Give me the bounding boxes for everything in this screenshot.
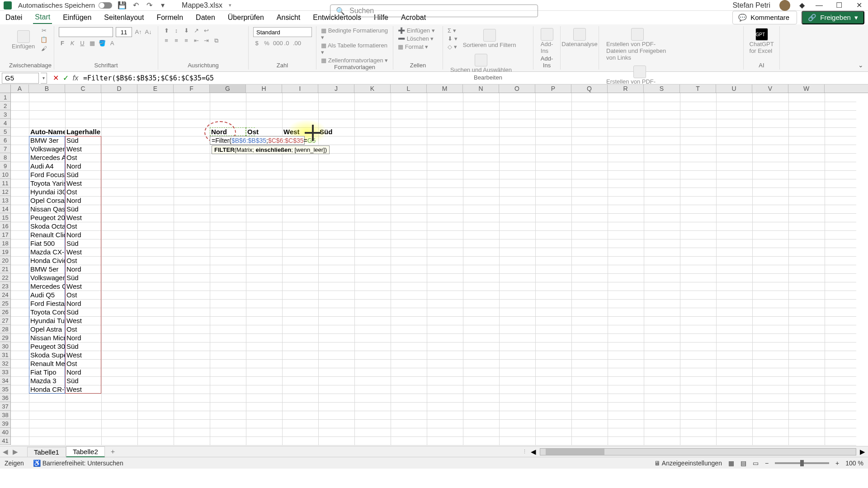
row-header-1[interactable]: 1 xyxy=(0,93,11,102)
col-header-O[interactable]: O xyxy=(499,84,535,93)
paste-button[interactable]: Einfügen xyxy=(9,29,38,51)
col-header-U[interactable]: U xyxy=(716,84,752,93)
view-break-icon[interactable]: ▭ xyxy=(753,460,759,467)
add-sheet-button[interactable]: ＋ xyxy=(105,447,121,456)
col-header-H[interactable]: H xyxy=(246,84,282,93)
row-header-21[interactable]: 21 xyxy=(0,265,11,273)
diamond-icon[interactable]: ◆ xyxy=(799,1,805,9)
row-header-10[interactable]: 10 xyxy=(0,170,11,179)
zoom-slider[interactable] xyxy=(775,462,829,464)
menu-ansicht[interactable]: Ansicht xyxy=(275,12,302,23)
sort-filter-button[interactable]: Sortieren und Filtern xyxy=(460,28,519,49)
row-header-28[interactable]: 28 xyxy=(0,325,11,333)
col-header-I[interactable]: I xyxy=(282,84,318,93)
undo-icon[interactable]: ↶ xyxy=(132,2,139,9)
col-header-B[interactable]: B xyxy=(29,84,65,93)
cell-B5[interactable]: Auto-Name xyxy=(29,127,65,136)
row-header-13[interactable]: 13 xyxy=(0,196,11,205)
format-cells-button[interactable]: ▦ Format ▾ xyxy=(398,43,438,50)
autosave-toggle[interactable]: Automatisches Speichern xyxy=(18,1,112,9)
row-header-16[interactable]: 16 xyxy=(0,222,11,230)
col-header-K[interactable]: K xyxy=(354,84,391,93)
row-header-7[interactable]: 7 xyxy=(0,145,11,153)
col-header-C[interactable]: C xyxy=(65,84,101,93)
row-header-2[interactable]: 2 xyxy=(0,102,11,110)
align-right-icon[interactable]: ≡ xyxy=(183,37,190,44)
col-header-Q[interactable]: Q xyxy=(571,84,608,93)
col-header-J[interactable]: J xyxy=(318,84,354,93)
row-header-12[interactable]: 12 xyxy=(0,188,11,196)
addins-button[interactable]: Add-Ins xyxy=(538,27,556,55)
display-settings[interactable]: 🖥 Anzeigeeinstellungen xyxy=(654,460,722,467)
border-icon[interactable]: ▦ xyxy=(89,40,96,47)
maximize-button[interactable]: ☐ xyxy=(834,1,844,9)
avatar[interactable] xyxy=(779,0,790,11)
autosum-icon[interactable]: Σ ▾ xyxy=(448,27,458,34)
align-left-icon[interactable]: ≡ xyxy=(163,37,170,44)
spreadsheet-grid[interactable]: ABCDEFGHIJKLMNOPQRSTUVW 1234567891011121… xyxy=(0,84,868,446)
row-header-26[interactable]: 26 xyxy=(0,308,11,316)
row-header-33[interactable]: 33 xyxy=(0,368,11,376)
dec-dec-icon[interactable]: .00 xyxy=(293,40,300,47)
delete-cells-button[interactable]: ➖ Löschen ▾ xyxy=(398,35,438,42)
comments-button[interactable]: 💬 Kommentare xyxy=(732,11,797,24)
confirm-formula-icon[interactable]: ✓ xyxy=(61,74,71,82)
zoom-out-icon[interactable]: − xyxy=(765,460,769,467)
user-name[interactable]: Stefan Petri xyxy=(732,1,770,9)
chatgpt-button[interactable]: GPTChatGPT for Excel xyxy=(748,27,775,55)
indent-dec-icon[interactable]: ⇤ xyxy=(193,37,200,44)
toggle-switch[interactable] xyxy=(99,2,112,9)
fill-icon[interactable]: ⬇ ▾ xyxy=(448,35,458,42)
col-header-S[interactable]: S xyxy=(644,84,680,93)
wrap-icon[interactable]: ↩ xyxy=(203,27,210,34)
menu-datei[interactable]: Datei xyxy=(4,12,24,23)
col-header-T[interactable]: T xyxy=(680,84,716,93)
row-header-8[interactable]: 8 xyxy=(0,153,11,162)
select-all-corner[interactable] xyxy=(0,84,11,93)
name-box[interactable]: G5 xyxy=(2,73,39,84)
fx-icon[interactable]: fx xyxy=(71,74,80,82)
indent-inc-icon[interactable]: ⇥ xyxy=(203,37,210,44)
align-top-icon[interactable]: ⬆ xyxy=(163,27,170,34)
name-box-dropdown[interactable]: ▾ xyxy=(41,73,47,84)
align-center-icon[interactable]: ≡ xyxy=(173,37,180,44)
col-header-F[interactable]: F xyxy=(174,84,210,93)
row-header-6[interactable]: 6 xyxy=(0,136,11,145)
row-header-18[interactable]: 18 xyxy=(0,239,11,248)
increase-font-icon[interactable]: A↑ xyxy=(135,28,142,36)
menu-ueberpruefen[interactable]: Überprüfen xyxy=(226,12,266,23)
row-header-22[interactable]: 22 xyxy=(0,273,11,282)
share-button[interactable]: 🔗 Freigeben ▾ xyxy=(802,11,864,24)
copy-icon[interactable]: 📋 xyxy=(40,36,47,43)
ribbon-collapse-icon[interactable]: ⌄ xyxy=(858,61,863,69)
col-header-R[interactable]: R xyxy=(608,84,644,93)
zoom-in-icon[interactable]: + xyxy=(835,460,839,467)
cancel-formula-icon[interactable]: ✕ xyxy=(51,74,61,82)
col-header-N[interactable]: N xyxy=(463,84,499,93)
col-header-W[interactable]: W xyxy=(788,84,825,93)
row-header-17[interactable]: 17 xyxy=(0,230,11,239)
insert-cells-button[interactable]: ➕ Einfügen ▾ xyxy=(398,27,438,34)
col-header-D[interactable]: D xyxy=(101,84,137,93)
row-header-24[interactable]: 24 xyxy=(0,291,11,299)
decrease-font-icon[interactable]: A↓ xyxy=(145,28,152,36)
find-select-button[interactable]: Suchen und Auswählen xyxy=(448,53,514,74)
menu-start[interactable]: Start xyxy=(33,11,52,24)
hscroll-right-icon[interactable]: ▶ xyxy=(860,448,865,456)
row-header-36[interactable]: 36 xyxy=(0,394,11,402)
row-header-32[interactable]: 32 xyxy=(0,359,11,368)
row-header-29[interactable]: 29 xyxy=(0,333,11,342)
col-header-A[interactable]: A xyxy=(11,84,29,93)
sheet-tab-2[interactable]: Tabelle2 xyxy=(66,446,105,457)
data-analysis-button[interactable]: Datenanalyse xyxy=(565,27,594,48)
editing-cell[interactable]: =Filter($B$6:$B$35;$C$6:$C$35=G5 xyxy=(210,136,305,145)
currency-icon[interactable]: $ xyxy=(253,40,260,47)
cond-format-button[interactable]: ▦ Bedingte Formatierung ▾ xyxy=(321,27,388,41)
row-header-5[interactable]: 5 xyxy=(0,127,11,136)
col-header-M[interactable]: M xyxy=(427,84,463,93)
row-header-4[interactable]: 4 xyxy=(0,119,11,127)
row-header-9[interactable]: 9 xyxy=(0,162,11,170)
qa-dropdown-icon[interactable]: ▾ xyxy=(159,2,166,9)
menu-formeln[interactable]: Formeln xyxy=(155,12,185,23)
col-header-E[interactable]: E xyxy=(137,84,174,93)
